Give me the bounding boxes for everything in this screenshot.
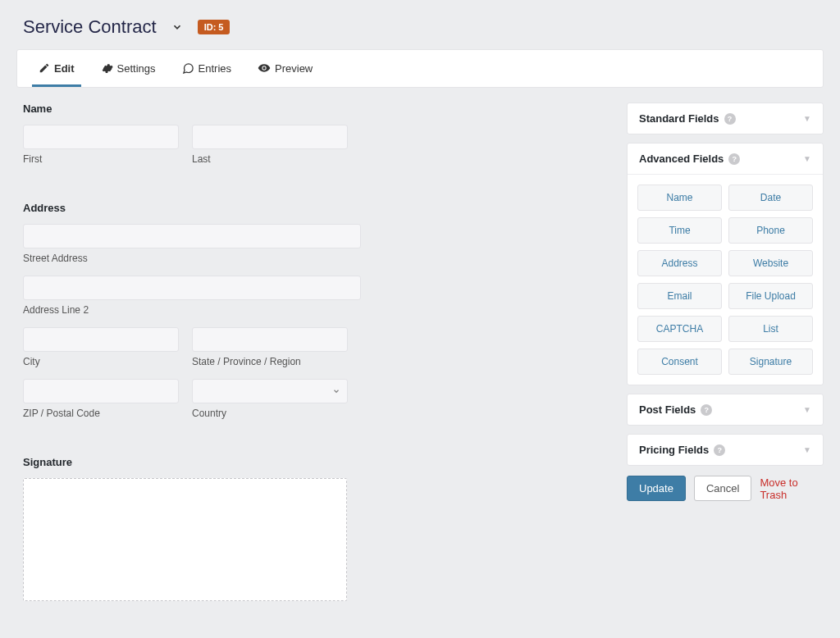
caret-down-icon: ▼ [803,154,811,163]
sub-label: Last [192,153,348,165]
state-input[interactable] [192,327,348,352]
sub-label: State / Province / Region [192,356,348,367]
standard-fields-panel: Standard Fields ? ▼ [627,103,824,134]
post-fields-panel: Post Fields ? ▼ [627,394,824,426]
first-name-input[interactable] [23,125,179,149]
page-title: Service Contract [23,16,157,38]
tab-entries[interactable]: Entries [176,51,238,87]
add-name-button[interactable]: Name [637,185,722,211]
chevron-down-icon [332,387,340,395]
sub-label: City [23,356,179,367]
add-consent-button[interactable]: Consent [637,349,722,375]
speech-bubble-icon [182,62,194,75]
caret-down-icon: ▼ [803,405,811,414]
city-input[interactable] [23,327,179,352]
tab-label: Entries [199,62,231,75]
signature-pad[interactable] [23,478,347,601]
add-website-button[interactable]: Website [728,250,813,276]
panel-title-text: Advanced Fields [639,153,724,165]
panel-title-text: Standard Fields [639,112,719,125]
add-email-button[interactable]: Email [637,283,722,309]
help-icon[interactable]: ? [724,113,736,125]
action-row: Update Cancel Move to Trash [627,476,824,501]
page-header: Service Contract ID: 5 [16,16,824,38]
help-icon[interactable]: ? [701,404,712,416]
tab-label: Settings [117,62,156,75]
field-label: Address [23,202,596,214]
tab-settings[interactable]: Settings [94,51,162,87]
caret-down-icon: ▼ [803,445,811,454]
street-input[interactable] [23,224,361,248]
add-list-button[interactable]: List [728,316,813,342]
sub-label: First [23,153,179,165]
add-time-button[interactable]: Time [637,217,722,244]
last-name-input[interactable] [192,125,348,149]
form-switcher-toggle[interactable] [168,18,186,36]
panel-title-text: Post Fields [639,403,696,416]
add-captcha-button[interactable]: CAPTCHA [637,316,722,342]
tab-edit[interactable]: Edit [32,51,81,87]
sub-label: ZIP / Postal Code [23,408,179,419]
tab-label: Preview [275,62,313,75]
help-icon[interactable]: ? [728,153,740,165]
country-select[interactable] [192,379,348,403]
field-palette: Standard Fields ? ▼ Advanced Fields ? ▼ … [627,103,824,501]
add-address-button[interactable]: Address [637,250,722,276]
form-canvas: Name First Last Address Street Address [16,103,602,601]
zip-input[interactable] [23,379,179,403]
field-label: Signature [23,456,596,468]
help-icon[interactable]: ? [714,444,725,456]
tab-label: Edit [54,62,75,75]
tab-preview[interactable]: Preview [251,50,319,87]
eye-icon [258,62,271,75]
add-signature-button[interactable]: Signature [728,349,813,375]
update-button[interactable]: Update [627,476,686,501]
form-id-badge: ID: 5 [198,20,231,34]
add-file-upload-button[interactable]: File Upload [728,283,813,309]
field-label: Name [23,103,596,115]
pencil-icon [39,62,50,74]
sub-label: Address Line 2 [23,304,361,316]
editor-tabs: Edit Settings Entries Preview [16,49,824,88]
address-field[interactable]: Address Street Address Address Line 2 Ci… [23,202,596,419]
advanced-fields-panel: Advanced Fields ? ▼ Name Date Time Phone… [627,143,824,385]
sub-label: Street Address [23,253,361,264]
panel-title-text: Pricing Fields [639,444,709,456]
gear-icon [101,62,113,75]
sub-label: Country [192,408,348,419]
pricing-fields-panel: Pricing Fields ? ▼ [627,434,824,466]
panel-toggle[interactable]: Pricing Fields ? ▼ [628,435,823,465]
chevron-down-icon [171,21,183,33]
caret-down-icon: ▼ [803,114,811,123]
panel-toggle[interactable]: Post Fields ? ▼ [628,394,823,425]
advanced-fields-grid: Name Date Time Phone Address Website Ema… [628,174,823,385]
add-date-button[interactable]: Date [728,185,813,211]
line2-input[interactable] [23,276,361,300]
add-phone-button[interactable]: Phone [728,217,813,244]
cancel-button[interactable]: Cancel [694,476,751,501]
panel-toggle[interactable]: Advanced Fields ? ▼ [628,144,823,174]
move-to-trash-link[interactable]: Move to Trash [760,476,824,501]
name-field[interactable]: Name First Last [23,103,596,165]
panel-toggle[interactable]: Standard Fields ? ▼ [628,103,823,134]
signature-field[interactable]: Signature [23,456,596,601]
